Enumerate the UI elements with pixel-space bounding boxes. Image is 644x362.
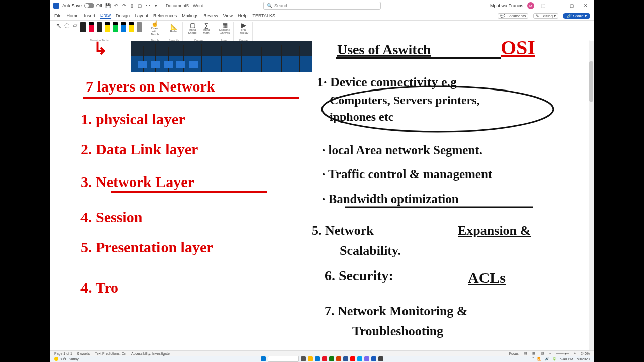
word-icon[interactable] bbox=[343, 356, 348, 361]
maximize-icon[interactable]: ▢ bbox=[567, 3, 577, 8]
tab-references[interactable]: References bbox=[153, 13, 177, 18]
status-page[interactable]: Page 1 of 1 bbox=[54, 352, 72, 355]
qat-icon[interactable]: ⋯ bbox=[145, 3, 151, 9]
ink-replay-button[interactable]: ▶Ink Replay bbox=[237, 22, 250, 35]
tab-layout[interactable]: Layout bbox=[135, 13, 148, 18]
tab-help[interactable]: Help bbox=[238, 13, 248, 18]
draw-with-touch-button[interactable]: ☝Draw with Touch bbox=[148, 22, 162, 35]
status-words[interactable]: 0 words bbox=[77, 352, 90, 355]
eraser-tool[interactable]: ▱ bbox=[71, 22, 78, 39]
qat-icon[interactable]: ▢ bbox=[137, 3, 143, 9]
ruler-button[interactable]: 📐Ruler bbox=[167, 22, 180, 35]
lasso-tool[interactable]: ◌ bbox=[63, 22, 70, 39]
select-tool[interactable]: ↖ bbox=[55, 22, 62, 39]
tab-file[interactable]: File bbox=[54, 13, 62, 18]
save-icon[interactable]: 💾 bbox=[105, 3, 111, 9]
ink-arrow: ↳ bbox=[93, 41, 107, 58]
comments-button[interactable]: 💬 Comments bbox=[498, 13, 528, 19]
volume-icon[interactable]: 🔊 bbox=[545, 357, 549, 361]
quick-access-toolbar: 💾 ↶ ↷ ▯ ▢ ⋯ ▾ bbox=[105, 3, 159, 9]
tab-review[interactable]: Review bbox=[203, 13, 218, 18]
user-name[interactable]: Mpabwa Francis bbox=[490, 3, 523, 8]
excel-icon[interactable] bbox=[329, 356, 334, 361]
chevron-down-icon[interactable]: ▾ bbox=[153, 3, 159, 9]
app-icon[interactable] bbox=[378, 356, 383, 361]
tray-chevron-icon[interactable]: ˄ bbox=[532, 357, 534, 361]
scrollbar-thumb[interactable] bbox=[589, 61, 593, 102]
tab-mailings[interactable]: Mailings bbox=[182, 13, 198, 18]
taskbar-time[interactable]: 5:40 PM bbox=[560, 357, 573, 361]
tab-tebtalks[interactable]: TEBTALKS bbox=[253, 13, 275, 18]
view-read-icon[interactable]: ▤ bbox=[524, 351, 527, 355]
view-print-icon[interactable]: ▦ bbox=[532, 351, 536, 355]
ribbon-display-icon[interactable]: ⬚ bbox=[538, 3, 548, 8]
document-canvas[interactable]: ↳ 7 layers on Network 1. physical layer … bbox=[50, 41, 594, 351]
edge-icon[interactable] bbox=[315, 356, 320, 361]
zoom-slider[interactable]: ───●─ bbox=[556, 352, 569, 355]
powerpoint-icon[interactable] bbox=[336, 356, 341, 361]
highlighter-yellow2[interactable] bbox=[128, 22, 135, 39]
status-focus[interactable]: Focus bbox=[509, 352, 519, 355]
svg-rect-14 bbox=[164, 61, 173, 68]
avatar[interactable]: M bbox=[527, 2, 534, 9]
pen-red[interactable] bbox=[88, 22, 95, 39]
zoom-out-icon[interactable]: − bbox=[549, 352, 551, 355]
windows-taskbar[interactable]: 80°F Sunny ˄ 📶 🔊 🔋 5:40 PM 7/3/2023 bbox=[50, 356, 594, 362]
view-web-icon[interactable]: ▧ bbox=[541, 351, 544, 355]
svg-rect-16 bbox=[189, 61, 198, 68]
youtube-icon[interactable] bbox=[350, 356, 355, 361]
explorer-icon[interactable] bbox=[308, 356, 313, 361]
share-button[interactable]: 🔗 Share ▾ bbox=[564, 13, 590, 19]
tab-home[interactable]: Home bbox=[67, 13, 79, 18]
start-icon[interactable] bbox=[261, 356, 266, 361]
search-input[interactable]: 🔍 Search bbox=[263, 2, 381, 10]
toggle-icon[interactable] bbox=[84, 3, 94, 8]
ink-text-black-7b: Troubleshooting bbox=[352, 324, 443, 338]
minimize-icon[interactable]: — bbox=[552, 3, 562, 8]
office-icon[interactable] bbox=[322, 356, 327, 361]
taskbar-weather[interactable]: 80°F Sunny bbox=[54, 357, 79, 361]
highlighter-blue[interactable] bbox=[120, 22, 127, 39]
tab-draw[interactable]: Draw bbox=[100, 13, 111, 19]
wifi-icon[interactable]: 📶 bbox=[537, 357, 542, 361]
document-title: Document5 - Word bbox=[166, 3, 203, 8]
ink-text-red-2: 2. Data Link layer bbox=[80, 141, 198, 157]
tab-view[interactable]: View bbox=[223, 13, 233, 18]
zoom-in-icon[interactable]: + bbox=[574, 352, 576, 355]
redo-icon[interactable]: ↷ bbox=[121, 3, 127, 9]
word-icon bbox=[53, 3, 59, 9]
autosave-toggle[interactable]: AutoSave Off bbox=[62, 3, 102, 8]
close-icon[interactable]: ✕ bbox=[581, 3, 591, 8]
taskbar-center bbox=[261, 356, 383, 362]
tab-design[interactable]: Design bbox=[116, 13, 130, 18]
pen-black2[interactable] bbox=[96, 22, 103, 39]
status-accessibility[interactable]: Accessibility: Investigate bbox=[131, 352, 170, 355]
qat-icon[interactable]: ▯ bbox=[129, 3, 135, 9]
pencil-tool[interactable] bbox=[136, 22, 143, 39]
vertical-scrollbar[interactable] bbox=[589, 41, 594, 351]
pen-black[interactable] bbox=[79, 22, 87, 39]
tab-insert[interactable]: Insert bbox=[84, 13, 96, 18]
ink-text-black-2: · local Area network Segment. bbox=[322, 143, 482, 157]
task-view-icon[interactable] bbox=[301, 356, 306, 361]
app-icon[interactable] bbox=[357, 356, 362, 361]
taskbar-date[interactable]: 7/3/2023 bbox=[576, 357, 590, 361]
status-predictions[interactable]: Text Predictions: On bbox=[95, 352, 126, 355]
highlighter-green[interactable] bbox=[112, 22, 119, 39]
highlighter-yellow[interactable] bbox=[104, 22, 111, 39]
ink-text-black-1b: Computers, Servers printers, bbox=[330, 94, 480, 107]
app-icon[interactable] bbox=[364, 356, 369, 361]
zoom-level[interactable]: 240% bbox=[581, 352, 590, 355]
undo-icon[interactable]: ↶ bbox=[113, 3, 119, 9]
drawing-canvas-button[interactable]: ▦Drawing Canvas bbox=[218, 22, 231, 35]
editing-button[interactable]: ✎ Editing ▾ bbox=[533, 13, 558, 19]
sun-icon bbox=[54, 357, 58, 361]
battery-icon[interactable]: 🔋 bbox=[552, 357, 557, 361]
app-icon[interactable] bbox=[371, 356, 376, 361]
svg-rect-12 bbox=[138, 61, 147, 68]
ink-to-math-button[interactable]: ∑Ink to Math bbox=[200, 22, 213, 35]
taskbar-search[interactable] bbox=[268, 356, 299, 362]
ink-text-black-6b: ACLs bbox=[468, 269, 506, 286]
ink-text-red-1: 1. physical layer bbox=[80, 111, 185, 127]
ink-to-shape-button[interactable]: ▢Ink to Shape bbox=[186, 22, 199, 35]
